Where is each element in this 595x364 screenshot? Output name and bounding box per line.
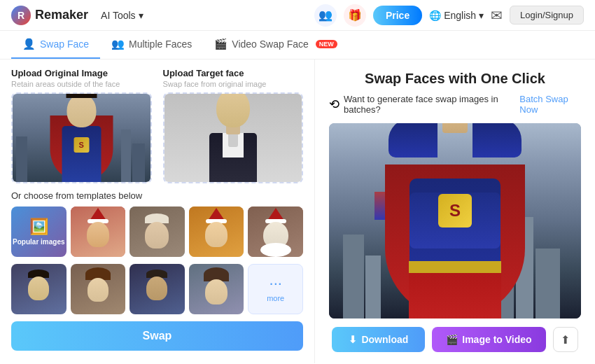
template-item-3[interactable] bbox=[189, 206, 244, 257]
new-badge: NEW bbox=[316, 40, 337, 48]
share-icon: ⬆ bbox=[561, 333, 570, 346]
result-image: S bbox=[329, 123, 581, 318]
globe-icon: 🌐 bbox=[429, 10, 441, 21]
header: R Remaker AI Tools ▾ 👥 🎁 Price 🌐 English… bbox=[0, 0, 595, 31]
tab-multiple-faces[interactable]: 👥 Multiple Faces bbox=[100, 31, 203, 59]
upload-row: Upload Original Image Retain areas outsi… bbox=[11, 68, 303, 183]
right-panel: Swap Faces with One Click ⟲ Want to gene… bbox=[315, 59, 595, 363]
template-item-2[interactable] bbox=[130, 206, 185, 257]
upload-original-label: Upload Original Image bbox=[11, 68, 152, 78]
template-item-7[interactable] bbox=[130, 264, 185, 314]
main-content: Upload Original Image Retain areas outsi… bbox=[0, 59, 595, 363]
upload-original-box: Upload Original Image Retain areas outsi… bbox=[11, 68, 152, 183]
logo-text: Remaker bbox=[35, 8, 88, 22]
chevron-down-icon: ▾ bbox=[139, 10, 144, 21]
tab-swap-face[interactable]: 👤 Swap Face bbox=[11, 31, 100, 59]
ai-tools-label: AI Tools bbox=[101, 10, 136, 21]
upload-original-area[interactable]: S bbox=[11, 92, 152, 183]
tab-multiple-faces-label: Multiple Faces bbox=[129, 38, 192, 50]
more-label: more bbox=[267, 294, 284, 302]
tab-swap-face-label: Swap Face bbox=[40, 38, 89, 50]
template-item-8[interactable] bbox=[189, 264, 244, 314]
login-button[interactable]: Login/Signup bbox=[510, 6, 584, 24]
video-label: Image to Video bbox=[462, 334, 531, 345]
left-panel: Upload Original Image Retain areas outsi… bbox=[0, 59, 315, 363]
header-right: 👥 🎁 Price 🌐 English ▾ ✉ Login/Signup bbox=[314, 4, 584, 27]
download-label: Download bbox=[361, 334, 408, 345]
multiple-faces-tab-icon: 👥 bbox=[111, 38, 125, 50]
more-dots-icon: ··· bbox=[270, 276, 282, 291]
more-templates-button[interactable]: ··· more bbox=[248, 264, 303, 314]
share-button[interactable]: ⬆ bbox=[553, 327, 578, 352]
template-grid-row2: ··· more bbox=[11, 264, 303, 314]
template-item-4[interactable] bbox=[248, 206, 303, 257]
action-row: ⬇ Download 🎬 Image to Video ⬆ bbox=[329, 327, 581, 352]
popular-images-tile[interactable]: 🖼️ Popular images bbox=[11, 206, 66, 257]
right-title: Swap Faces with One Click bbox=[329, 71, 581, 87]
popular-label: Popular images bbox=[13, 238, 64, 246]
language-selector[interactable]: 🌐 English ▾ bbox=[429, 10, 484, 21]
batch-icon: ⟲ bbox=[329, 97, 340, 112]
lang-chevron-icon: ▾ bbox=[479, 10, 484, 21]
templates-label: Or choose from templates below bbox=[11, 190, 303, 201]
video-icon: 🎬 bbox=[446, 334, 458, 345]
template-grid: 🖼️ Popular images bbox=[11, 206, 303, 257]
mail-icon-button[interactable]: ✉ bbox=[491, 7, 503, 24]
swap-face-tab-icon: 👤 bbox=[22, 38, 36, 50]
popular-icon: 🖼️ bbox=[29, 218, 48, 236]
template-item-5[interactable] bbox=[11, 264, 66, 314]
batch-row: ⟲ Want to generate face swap images in b… bbox=[329, 94, 581, 115]
tab-video-label: Video Swap Face bbox=[232, 38, 308, 50]
ai-tools-menu[interactable]: AI Tools ▾ bbox=[95, 7, 149, 24]
swap-button[interactable]: Swap bbox=[11, 321, 303, 351]
logo-icon: R bbox=[11, 6, 31, 25]
tab-bar: 👤 Swap Face 👥 Multiple Faces 🎬 Video Swa… bbox=[0, 31, 595, 59]
video-tab-icon: 🎬 bbox=[214, 38, 227, 50]
gift-icon-button[interactable]: 🎁 bbox=[344, 4, 366, 27]
template-item-6[interactable] bbox=[71, 264, 126, 314]
download-button[interactable]: ⬇ Download bbox=[332, 327, 425, 352]
header-left: R Remaker AI Tools ▾ bbox=[11, 6, 149, 25]
download-icon: ⬇ bbox=[349, 334, 357, 345]
image-to-video-button[interactable]: 🎬 Image to Video bbox=[432, 327, 545, 352]
template-item-1[interactable] bbox=[71, 206, 126, 257]
upload-original-sub: Retain areas outside of the face bbox=[11, 80, 152, 88]
upload-target-area[interactable] bbox=[163, 92, 304, 183]
upload-target-label: Upload Target face bbox=[163, 68, 304, 78]
price-button[interactable]: Price bbox=[373, 6, 422, 25]
batch-swap-link[interactable]: Batch Swap Now bbox=[519, 94, 581, 115]
tab-video-swap[interactable]: 🎬 Video Swap Face NEW bbox=[203, 31, 348, 59]
upload-target-box: Upload Target face Swap face from origin… bbox=[163, 68, 304, 183]
language-label: English bbox=[444, 10, 476, 21]
logo[interactable]: R Remaker bbox=[11, 6, 88, 25]
users-icon-button[interactable]: 👥 bbox=[314, 4, 337, 27]
batch-text: Want to generate face swap images in bat… bbox=[344, 94, 515, 115]
upload-target-sub: Swap face from original image bbox=[163, 80, 304, 88]
